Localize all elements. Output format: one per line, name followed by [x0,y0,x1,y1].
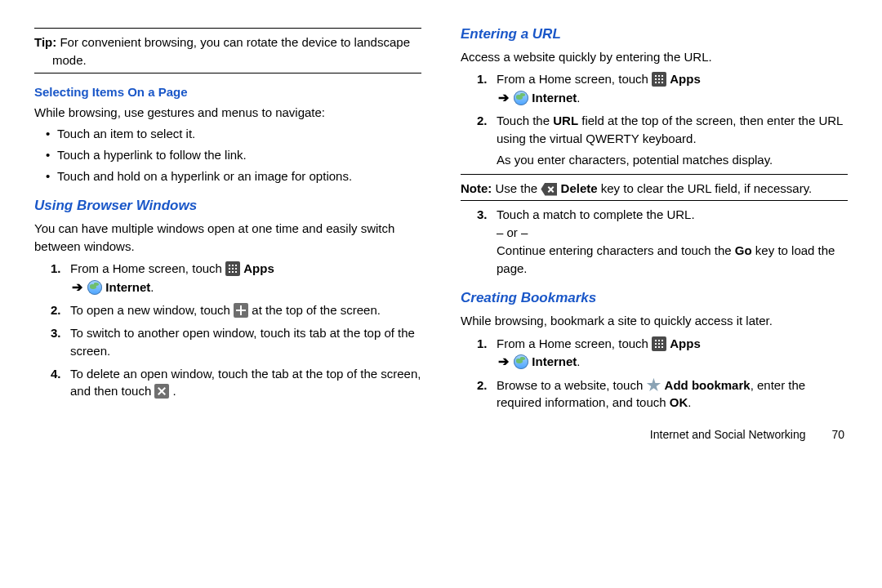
heading-bookmarks: Creating Bookmarks [461,288,848,309]
tip-block: Tip: For convenient browsing, you can ro… [34,33,421,69]
url-intro: Access a website quickly by entering the… [461,48,848,66]
star-icon [646,378,661,393]
right-column: Entering a URL Access a website quickly … [461,24,848,443]
step-2: Touch the URL field at the top of the sc… [461,112,848,168]
page-number: 70 [831,426,844,443]
tip-text: For convenient browsing, you can rotate … [52,35,410,67]
step-text: From a Home screen, touch [70,261,225,275]
step-text: Continue entering characters and touch t… [497,243,735,257]
step-1: From a Home screen, touch Apps ➔ Interne… [34,260,421,296]
note-label: Note: [461,181,492,195]
internet-label: Internet [105,280,150,294]
plus-icon [234,303,248,318]
step-text: Touch a match to complete the URL. [497,207,695,221]
step-text: . [688,395,691,409]
rule [461,174,848,175]
step-4: To delete an open window, touch the tab … [34,365,421,401]
step-text: From a Home screen, touch [497,72,652,86]
heading-windows: Using Browser Windows [34,196,421,216]
delete-label: Delete [561,181,598,195]
step-3: Touch a match to complete the URL. – or … [461,206,848,277]
step-text: As you enter characters, potential match… [497,153,773,167]
apps-label: Apps [243,261,274,275]
arrow-icon: ➔ [70,278,84,296]
step-1: From a Home screen, touch Apps ➔ Interne… [461,335,848,372]
windows-steps: From a Home screen, touch Apps ➔ Interne… [34,260,421,400]
bullet-item: Touch an item to select it. [46,125,421,143]
apps-grid-icon [225,261,240,276]
delete-key-icon [541,183,557,196]
heading-url: Entering a URL [461,24,848,45]
bookmarks-intro: While browsing, bookmark a site to quick… [461,312,848,330]
globe-icon [514,354,528,369]
note-block: Note: Use the Delete key to clear the UR… [461,180,848,198]
step-1: From a Home screen, touch Apps ➔ Interne… [461,70,848,107]
ok-label: OK [670,395,688,409]
bullet-item: Touch and hold on a hyperlink or an imag… [46,167,421,185]
note-text: Use the [496,181,541,195]
windows-intro: You can have multiple windows open at on… [34,220,421,256]
step-3: To switch to another open window, touch … [34,324,421,360]
step-text: From a Home screen, touch [497,336,652,350]
step-2: To open a new window, touch at the top o… [34,301,421,319]
step-text: . [173,384,176,398]
page-body: Tip: For convenient browsing, you can ro… [34,24,848,443]
bookmarks-steps: From a Home screen, touch Apps ➔ Interne… [461,335,848,412]
url-field-label: URL [553,114,578,127]
internet-label: Internet [532,354,577,368]
globe-icon [87,280,102,295]
selecting-bullets: Touch an item to select it. Touch a hype… [39,125,421,185]
step-text: at the top of the screen. [252,303,381,317]
chapter-title: Internet and Social Networking [650,428,806,441]
rule [461,200,848,201]
page-footer: Internet and Social Networking 70 [461,426,848,443]
url-steps-b: Touch a match to complete the URL. – or … [461,206,848,277]
left-column: Tip: For convenient browsing, you can ro… [34,24,421,443]
selecting-intro: While browsing, use gestures and menus t… [34,104,421,122]
or-text: – or – [497,225,528,239]
apps-grid-icon [652,336,666,351]
go-label: Go [735,243,752,257]
globe-icon [514,91,528,105]
internet-label: Internet [532,91,577,105]
tip-label: Tip: [34,35,56,49]
step-text: To open a new window, touch [70,303,234,317]
step-text: To delete an open window, touch the tab … [70,367,421,399]
bullet-item: Touch a hyperlink to follow the link. [46,146,421,164]
heading-selecting: Selecting Items On a Page [34,83,421,101]
close-icon [154,384,169,399]
rule [34,28,421,29]
note-text: key to clear the URL field, if necessary… [601,181,812,195]
step-2: Browse to a website, touch Add bookmark,… [461,376,848,412]
apps-label: Apps [670,336,701,350]
url-steps-a: From a Home screen, touch Apps ➔ Interne… [461,70,848,168]
step-text: Browse to a website, touch [497,378,646,392]
step-text: Touch the [497,114,553,127]
add-bookmark-label: Add bookmark [665,378,751,392]
arrow-icon: ➔ [497,352,510,371]
apps-label: Apps [670,72,701,86]
apps-grid-icon [652,72,666,87]
arrow-icon: ➔ [497,88,510,107]
rule [34,73,421,74]
